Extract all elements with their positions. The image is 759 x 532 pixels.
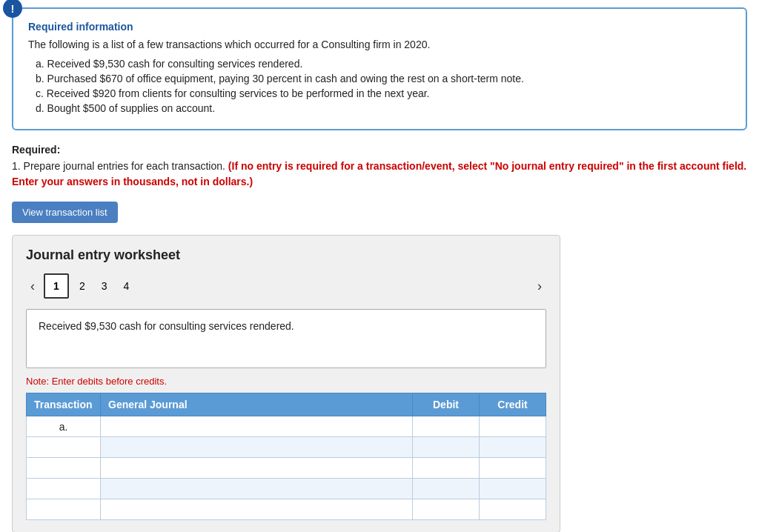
required-section: Required: 1. Prepare journal entries for…	[12, 144, 747, 190]
credit-input-cell[interactable]	[480, 437, 546, 458]
debit-input-cell[interactable]	[413, 437, 480, 458]
credit-input-a[interactable]	[480, 416, 546, 436]
worksheet-title: Journal entry worksheet	[26, 247, 546, 263]
journal-input-2[interactable]	[101, 437, 412, 457]
info-box: ! Required information The following is …	[12, 7, 747, 130]
journal-input-cell[interactable]	[101, 479, 413, 499]
credit-input-4[interactable]	[480, 479, 546, 499]
journal-input-cell[interactable]	[101, 499, 413, 520]
view-transaction-button[interactable]: View transaction list	[12, 202, 118, 223]
list-item: a. Received $9,530 cash for consulting s…	[36, 58, 731, 70]
step-text: 1. Prepare journal entries for each tran…	[12, 160, 225, 172]
table-row	[27, 499, 546, 520]
table-row: a.	[27, 416, 546, 437]
debit-input-2[interactable]	[413, 437, 479, 457]
credit-input-cell[interactable]	[480, 499, 546, 520]
credit-input-2[interactable]	[480, 437, 546, 457]
debit-input-cell[interactable]	[413, 458, 480, 479]
col-credit: Credit	[480, 393, 546, 416]
required-label: Required:	[12, 144, 747, 156]
col-general-journal: General Journal	[101, 393, 413, 416]
journal-input-4[interactable]	[101, 479, 412, 499]
debit-input-cell[interactable]	[413, 499, 480, 520]
description-text: Received $9,530 cash for consulting serv…	[39, 320, 294, 332]
pagination-nav: ‹ 1 2 3 4 ›	[26, 273, 546, 299]
credit-input-5[interactable]	[480, 499, 546, 519]
info-box-title: Required information	[28, 21, 731, 33]
transaction-label-4	[27, 479, 101, 499]
col-transaction: Transaction	[27, 393, 101, 416]
note-text: Note: Enter debits before credits.	[26, 376, 546, 387]
transaction-list: a. Received $9,530 cash for consulting s…	[28, 58, 731, 114]
prev-page-button[interactable]: ‹	[26, 277, 39, 296]
journal-input-5[interactable]	[101, 499, 412, 519]
list-item: d. Bought $500 of supplies on account.	[36, 102, 731, 114]
col-debit: Debit	[413, 393, 480, 416]
next-page-button[interactable]: ›	[533, 277, 546, 296]
journal-input-cell[interactable]	[101, 437, 413, 458]
page-button-1[interactable]: 1	[44, 273, 69, 299]
transaction-label-2	[27, 437, 101, 458]
journal-table: Transaction General Journal Debit Credit…	[26, 393, 546, 520]
credit-input-cell[interactable]	[480, 458, 546, 479]
info-icon: !	[3, 0, 22, 18]
description-box: Received $9,530 cash for consulting serv…	[26, 309, 546, 368]
info-box-intro: The following is a list of a few transac…	[28, 39, 731, 50]
transaction-label-5	[27, 499, 101, 520]
journal-input-cell[interactable]	[101, 416, 413, 437]
journal-input-3[interactable]	[101, 458, 412, 478]
transaction-label-3	[27, 458, 101, 479]
journal-input-cell[interactable]	[101, 458, 413, 479]
credit-input-3[interactable]	[480, 458, 546, 478]
debit-input-a[interactable]	[413, 416, 479, 436]
transaction-label-a: a.	[27, 416, 101, 437]
table-row	[27, 458, 546, 479]
instruction-text: 1. Prepare journal entries for each tran…	[12, 159, 747, 190]
list-item: b. Purchased $670 of office equipment, p…	[36, 73, 731, 84]
table-row	[27, 437, 546, 458]
credit-input-cell[interactable]	[480, 479, 546, 499]
list-item: c. Received $920 from clients for consul…	[36, 87, 731, 99]
page-button-3[interactable]: 3	[96, 279, 113, 293]
credit-input-cell[interactable]	[480, 416, 546, 437]
debit-input-5[interactable]	[413, 499, 479, 519]
page-button-4[interactable]: 4	[118, 279, 136, 293]
journal-input-a[interactable]	[101, 416, 412, 436]
journal-worksheet: Journal entry worksheet ‹ 1 2 3 4 › Rece…	[12, 235, 560, 532]
table-row	[27, 479, 546, 499]
page-button-2[interactable]: 2	[73, 279, 91, 293]
debit-input-cell[interactable]	[413, 479, 480, 499]
debit-input-4[interactable]	[413, 479, 479, 499]
debit-input-cell[interactable]	[413, 416, 480, 437]
debit-input-3[interactable]	[413, 458, 479, 478]
